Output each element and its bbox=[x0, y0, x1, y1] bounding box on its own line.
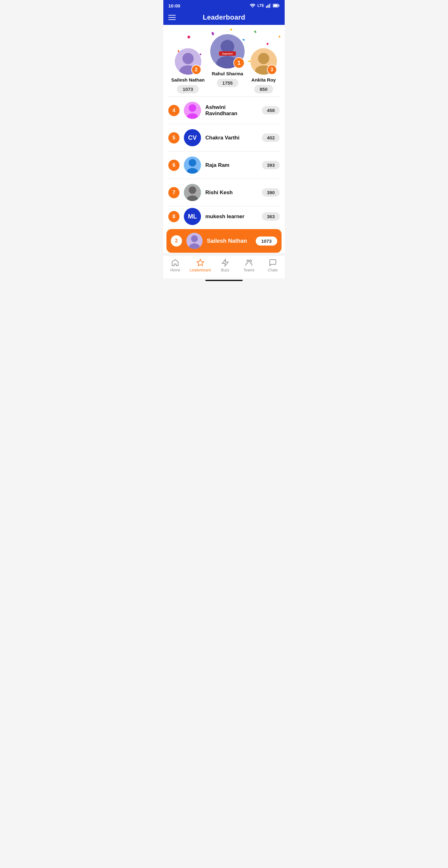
rank1-badge: 1 bbox=[233, 57, 245, 68]
avatar-ashwini bbox=[184, 102, 201, 119]
nav-label-teams: Teams bbox=[244, 268, 255, 272]
score-raja: 393 bbox=[262, 161, 280, 169]
rank1-score: 1755 bbox=[217, 79, 238, 87]
name-chakra: Chakra Varthi bbox=[205, 135, 258, 141]
podium-row: 2 Sailesh Nathan 1073 Supreme bbox=[168, 34, 280, 87]
rank2-avatar-wrapper: 2 bbox=[175, 48, 201, 75]
score-chakra: 402 bbox=[262, 133, 280, 142]
nav-label-leaderboard: Leaderboard bbox=[190, 268, 211, 272]
rank3-badge: 3 bbox=[267, 65, 277, 75]
menu-button[interactable] bbox=[168, 15, 176, 20]
avatar-raja bbox=[184, 157, 201, 174]
rank-badge-4: 4 bbox=[168, 105, 180, 116]
svg-rect-5 bbox=[279, 5, 280, 6]
wifi-icon bbox=[250, 3, 255, 8]
status-bar: 10:00 LTE bbox=[163, 0, 285, 11]
leaderboard-icon bbox=[196, 259, 204, 267]
chats-icon bbox=[269, 259, 277, 267]
nav-item-buzz[interactable]: Buzz bbox=[216, 259, 234, 272]
svg-point-32 bbox=[250, 260, 252, 262]
status-icons: LTE bbox=[250, 3, 280, 8]
avatar-chakra: CV bbox=[184, 129, 201, 146]
name-raja: Raja Ram bbox=[205, 162, 258, 168]
rank-badge-7: 7 bbox=[168, 187, 180, 198]
rank3-avatar-wrapper: 3 bbox=[251, 48, 277, 75]
nav-item-chats[interactable]: Chats bbox=[263, 259, 282, 272]
rank2-name: Sailesh Nathan bbox=[171, 77, 205, 83]
home-indicator bbox=[205, 280, 243, 281]
current-user-name: Sailesh Nathan bbox=[207, 238, 251, 244]
current-user-score: 1073 bbox=[256, 237, 277, 246]
podium-item-rank3: 3 Ankita Roy 850 bbox=[251, 48, 277, 93]
signal-icon bbox=[266, 3, 271, 8]
list-item: 6 Raja Ram 393 bbox=[163, 152, 285, 179]
buzz-icon bbox=[221, 259, 229, 267]
svg-rect-1 bbox=[267, 5, 268, 8]
rank-badge-8: 8 bbox=[168, 211, 180, 222]
nav-label-buzz: Buzz bbox=[221, 268, 230, 272]
svg-point-22 bbox=[189, 159, 196, 166]
page-title: Leaderboard bbox=[203, 13, 246, 22]
podium-item-rank2: 2 Sailesh Nathan 1073 bbox=[171, 48, 205, 93]
score-ashwini: 458 bbox=[262, 106, 280, 115]
current-user-rank: 2 bbox=[171, 235, 182, 247]
svg-point-28 bbox=[191, 235, 198, 242]
rank1-avatar-wrapper: Supreme 1 bbox=[210, 34, 245, 68]
svg-point-31 bbox=[247, 260, 249, 262]
list-item: 5 CV Chakra Varthi 402 bbox=[163, 124, 285, 151]
score-rishi: 390 bbox=[262, 188, 280, 197]
svg-text:Supreme: Supreme bbox=[222, 52, 233, 55]
lte-icon: LTE bbox=[257, 3, 264, 8]
name-rishi: Rishi Kesh bbox=[205, 189, 258, 196]
svg-rect-3 bbox=[270, 3, 271, 8]
list-item: 7 Rishi Kesh 390 bbox=[163, 179, 285, 206]
name-mukesh: mukesh learner bbox=[205, 214, 258, 220]
rank2-badge: 2 bbox=[191, 65, 201, 75]
avatar-mukesh: ML bbox=[184, 208, 201, 225]
podium-item-rank1: Supreme 1 Rahul Sharma 1755 bbox=[210, 34, 245, 87]
rank1-name: Rahul Sharma bbox=[212, 71, 243, 76]
leaderboard-list: 4 Ashwini Ravindharan 458 5 CV Chakra Va… bbox=[163, 97, 285, 226]
svg-point-8 bbox=[182, 53, 193, 64]
svg-point-16 bbox=[258, 53, 269, 64]
app-header: Leaderboard bbox=[163, 11, 285, 25]
podium-section: 2 Sailesh Nathan 1073 Supreme bbox=[163, 25, 285, 96]
nav-item-teams[interactable]: Teams bbox=[239, 259, 258, 272]
score-mukesh: 363 bbox=[262, 212, 280, 221]
rank2-score: 1073 bbox=[177, 85, 198, 93]
nav-item-leaderboard[interactable]: Leaderboard bbox=[190, 259, 211, 272]
home-icon bbox=[171, 259, 179, 267]
svg-rect-0 bbox=[266, 6, 267, 8]
rank3-name: Ankita Roy bbox=[251, 77, 276, 83]
teams-icon bbox=[245, 259, 253, 267]
rank-badge-6: 6 bbox=[168, 160, 180, 171]
list-item: 4 Ashwini Ravindharan 458 bbox=[163, 97, 285, 124]
status-time: 10:00 bbox=[168, 3, 180, 8]
current-user-bar: 2 Sailesh Nathan 1073 bbox=[166, 229, 282, 253]
avatar-rishi bbox=[184, 184, 201, 201]
svg-marker-30 bbox=[222, 259, 228, 266]
nav-item-home[interactable]: Home bbox=[166, 259, 185, 272]
main-content: 2 Sailesh Nathan 1073 Supreme bbox=[163, 25, 285, 253]
name-ashwini: Ashwini Ravindharan bbox=[205, 104, 258, 117]
bottom-nav: Home Leaderboard Buzz Teams Chats bbox=[163, 255, 285, 279]
list-item: 8 ML mukesh learner 363 bbox=[163, 206, 285, 226]
svg-point-19 bbox=[189, 104, 196, 112]
svg-rect-2 bbox=[269, 4, 270, 8]
nav-label-home: Home bbox=[170, 268, 180, 272]
battery-icon bbox=[273, 4, 280, 7]
nav-label-chats: Chats bbox=[268, 268, 278, 272]
svg-point-25 bbox=[189, 186, 196, 194]
current-user-avatar bbox=[186, 233, 202, 249]
rank-badge-5: 5 bbox=[168, 132, 180, 144]
rank3-score: 850 bbox=[254, 85, 273, 93]
svg-rect-6 bbox=[274, 5, 278, 7]
